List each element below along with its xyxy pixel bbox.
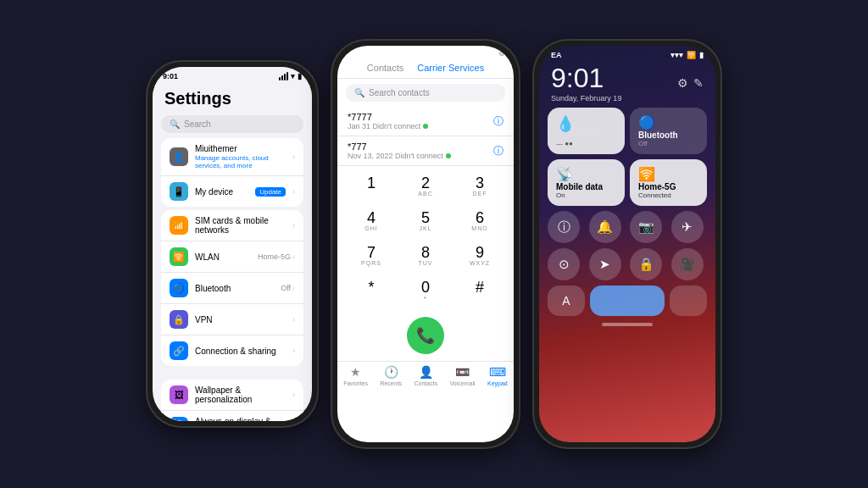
mobiledata-icon: 📡: [556, 166, 573, 182]
cc-date: Sunday, February 19: [551, 94, 621, 103]
recent-call-2[interactable]: *777 Nov 13, 2022 Didn't connect ⓘ: [337, 136, 514, 166]
settings-row-sim[interactable]: 📶 SIM cards & mobile networks ›: [161, 210, 303, 241]
chevron-icon: ›: [292, 347, 295, 355]
cc-top-actions: ⚙ ✎: [677, 76, 704, 90]
cc-status-icons: ▾▾▾ 🛜 ▮: [670, 51, 704, 59]
call-info-btn-2[interactable]: ⓘ: [493, 144, 504, 158]
connection-label: Connection & sharing: [195, 347, 286, 356]
lockscreen-icon: 🔆: [170, 417, 188, 421]
cc-tile-video[interactable]: 🎥: [671, 248, 704, 280]
bluetooth-icon: 🔵: [170, 279, 188, 297]
dial-key-2[interactable]: 2ABC: [400, 171, 451, 202]
cc-tile-extra[interactable]: [670, 286, 707, 316]
settings-row-connection[interactable]: 🔗 Connection & sharing ›: [161, 336, 303, 366]
dial-key-3[interactable]: 3DEF: [454, 171, 505, 202]
miuithemer-icon: 👤: [170, 147, 188, 166]
cc-tile-bell[interactable]: 🔔: [589, 211, 621, 243]
miuithemer-label: Miuithemer: [195, 144, 286, 153]
cc-tile-slider[interactable]: [590, 286, 665, 316]
bluetooth-label: Bluetooth: [195, 284, 274, 293]
nav-favorites[interactable]: ★ Favorites: [343, 365, 368, 386]
settings-statusbar: 9:01 ▾ ▮: [153, 67, 312, 82]
cc-tile-water[interactable]: 💧 — ●●: [548, 108, 625, 154]
search-placeholder: Search: [184, 119, 211, 129]
wifi-icon: 🛜: [638, 166, 655, 182]
cc-tile-airplane[interactable]: ✈: [671, 211, 704, 243]
call-date-2: Nov 13, 2022 Didn't connect: [348, 152, 451, 160]
dial-key-9[interactable]: 9WXYZ: [454, 241, 505, 272]
search-bar[interactable]: 🔍 Search: [161, 115, 303, 133]
mydevice-label: My device: [195, 187, 248, 197]
cc-mobiledata-label: Mobile data: [556, 182, 616, 191]
dial-key-6[interactable]: 6MNO: [454, 206, 505, 237]
cc-tile-camera[interactable]: 📷: [630, 211, 662, 243]
home-bar: [602, 323, 653, 326]
search-placeholder: Search contacts: [369, 88, 430, 97]
call-button-row: 📞: [337, 312, 514, 359]
nav-recents[interactable]: 🕐 Recents: [380, 365, 402, 386]
cc-settings-icon[interactable]: ⚙: [677, 76, 688, 90]
vpn-label: VPN: [195, 315, 286, 324]
page-title: Settings: [153, 82, 312, 112]
dialer-statusbar: ⚙: [337, 46, 514, 59]
settings-row-wallpaper[interactable]: 🖼 Wallpaper & personalization ›: [161, 380, 303, 411]
cc-edit-icon[interactable]: ✎: [693, 76, 704, 90]
tab-contacts[interactable]: Contacts: [367, 63, 403, 73]
dial-key-5[interactable]: 5JKL: [400, 206, 451, 237]
recent-call-1[interactable]: *7777 Jan 31 Didn't connect ⓘ: [337, 107, 514, 136]
call-status-dot-1: [423, 124, 428, 129]
cc-tile-focus[interactable]: ⊙: [548, 248, 580, 280]
settings-account-card: 👤 Miuithemer Manage accounts, cloud serv…: [161, 138, 303, 207]
settings-row-lockscreen[interactable]: 🔆 Always-on display & Lock screen ›: [161, 411, 303, 421]
cc-bottom-row: A: [539, 280, 715, 316]
dial-key-4[interactable]: 4GHI: [346, 206, 397, 237]
chevron-icon: ›: [292, 315, 295, 324]
settings-row-mydevice[interactable]: 📱 My device Update ›: [161, 176, 303, 207]
dial-key-8[interactable]: 8TUV: [400, 241, 451, 272]
dialer-search-bar[interactable]: 🔍 Search contacts: [346, 84, 505, 102]
nav-contacts[interactable]: 👤 Contacts: [415, 365, 438, 386]
bluetooth-icon: 🔵: [638, 114, 655, 130]
nav-keypad[interactable]: ⌨ Keypad: [487, 365, 508, 386]
cc-icon-row-1: ⓘ 🔔 📷 ✈: [539, 206, 715, 243]
lockscreen-label: Always-on display & Lock screen: [195, 417, 286, 421]
settings-row-bluetooth[interactable]: 🔵 Bluetooth Off ›: [161, 273, 303, 304]
home-bar-area: [539, 316, 715, 330]
mydevice-text: My device: [195, 187, 248, 197]
settings-row-vpn[interactable]: 🔒 VPN ›: [161, 304, 303, 336]
cc-wifi-icon: 🛜: [687, 51, 696, 59]
chevron-icon: ›: [292, 221, 295, 230]
dial-key-hash[interactable]: #: [454, 275, 505, 307]
cc-tile-lock[interactable]: 🔒: [630, 248, 662, 280]
wallpaper-icon: 🖼: [170, 385, 188, 404]
vpn-icon: 🔒: [170, 310, 188, 329]
tab-carrier-services[interactable]: Carrier Services: [417, 63, 484, 73]
cc-tile-a[interactable]: A: [548, 286, 585, 316]
call-number-2: *777: [348, 141, 451, 152]
cc-carrier: EA: [551, 51, 562, 59]
cc-bluetooth-sub: Off: [638, 140, 698, 147]
dial-key-0[interactable]: 0+: [400, 275, 451, 307]
nav-voicemail[interactable]: 📼 Voicemail: [450, 365, 476, 386]
status-time: 9:01: [163, 72, 178, 80]
sim-icon: 📶: [170, 216, 188, 235]
settings-gear-icon[interactable]: ⚙: [498, 49, 505, 58]
cc-tile-wifi[interactable]: 🛜 Home-5G Connected: [630, 159, 707, 206]
settings-row-wlan[interactable]: 🛜 WLAN Home-5G ›: [161, 241, 303, 273]
update-badge[interactable]: Update: [255, 187, 286, 197]
settings-row-miuithemer[interactable]: 👤 Miuithemer Manage accounts, cloud serv…: [161, 138, 303, 176]
cc-tile-info[interactable]: ⓘ: [548, 211, 580, 243]
cc-tile-bluetooth[interactable]: 🔵 Bluetooth Off: [630, 108, 707, 154]
search-icon: 🔍: [170, 119, 180, 129]
dial-key-1[interactable]: 1: [346, 171, 397, 202]
dial-key-7[interactable]: 7PQRS: [346, 241, 397, 272]
nav-label-favorites: Favorites: [343, 380, 368, 386]
call-button[interactable]: 📞: [407, 317, 444, 354]
nav-label-recents: Recents: [380, 380, 402, 386]
chevron-icon: ›: [292, 391, 295, 399]
cc-tile-mobiledata[interactable]: 📡 Mobile data On: [548, 159, 625, 206]
cc-tile-wifi-header: 🛜: [638, 166, 698, 182]
cc-tile-location[interactable]: ➤: [589, 248, 621, 280]
call-info-btn-1[interactable]: ⓘ: [493, 114, 504, 129]
dial-key-star[interactable]: *: [346, 275, 397, 307]
